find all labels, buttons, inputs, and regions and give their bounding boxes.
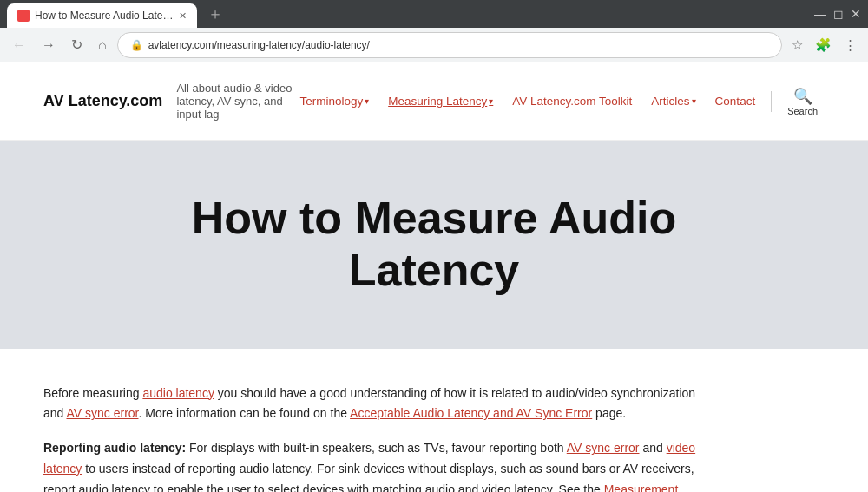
intro-after: page. bbox=[592, 406, 626, 420]
browser-tab[interactable]: How to Measure Audio Latency ✕ bbox=[7, 3, 197, 28]
articles-caret-icon: ▾ bbox=[692, 96, 696, 106]
reporting-label: Reporting audio latency: bbox=[43, 441, 186, 455]
browser-menu-button[interactable]: ⋮ bbox=[839, 34, 861, 56]
ssl-lock-icon: 🔒 bbox=[130, 39, 143, 51]
reporting-paragraph: Reporting audio latency: For displays wi… bbox=[43, 438, 703, 492]
reporting-middle1: and bbox=[640, 441, 667, 455]
reporting-before: For displays with built-in speakers, suc… bbox=[186, 441, 567, 455]
back-button[interactable]: ← bbox=[7, 35, 31, 56]
main-content: Before measuring audio latency you shoul… bbox=[0, 349, 746, 492]
intro-paragraph: Before measuring audio latency you shoul… bbox=[43, 384, 703, 425]
website-container: AV Latency.com All about audio & video l… bbox=[0, 62, 868, 492]
nav-item-contact[interactable]: Contact bbox=[708, 91, 763, 111]
new-tab-button[interactable]: ＋ bbox=[207, 3, 223, 24]
tab-close-button[interactable]: ✕ bbox=[179, 10, 187, 22]
site-header: AV Latency.com All about audio & video l… bbox=[0, 62, 868, 141]
bookmark-star-button[interactable]: ☆ bbox=[787, 34, 807, 56]
address-bar[interactable]: 🔒 avlatency.com/measuring-latency/audio-… bbox=[117, 32, 782, 58]
minimize-button[interactable]: — bbox=[814, 7, 826, 21]
hero-title: How to Measure Audio Latency bbox=[130, 193, 738, 297]
search-icon: 🔍 bbox=[793, 87, 812, 106]
acceptable-latency-link[interactable]: Acceptable Audio Latency and AV Sync Err… bbox=[350, 406, 592, 420]
home-button[interactable]: ⌂ bbox=[93, 35, 112, 56]
site-logo[interactable]: AV Latency.com bbox=[43, 92, 162, 110]
address-text: avlatency.com/measuring-latency/audio-la… bbox=[148, 39, 769, 51]
forward-button[interactable]: → bbox=[36, 35, 61, 56]
restore-button[interactable]: ◻ bbox=[833, 7, 844, 21]
tab-title: How to Measure Audio Latency bbox=[35, 10, 174, 22]
nav-item-toolkit[interactable]: AV Latency.com Toolkit bbox=[505, 91, 639, 111]
site-nav: Terminology ▾ Measuring Latency ▾ AV Lat… bbox=[293, 83, 825, 120]
reload-button[interactable]: ↻ bbox=[66, 35, 88, 56]
audio-latency-link[interactable]: audio latency bbox=[142, 386, 214, 400]
window-controls: — ◻ ✕ bbox=[814, 7, 861, 21]
measuring-latency-caret-icon: ▾ bbox=[489, 96, 493, 106]
intro-before: Before measuring bbox=[43, 386, 142, 400]
nav-item-measuring-latency[interactable]: Measuring Latency ▾ bbox=[381, 91, 500, 111]
tab-favicon bbox=[17, 10, 30, 22]
nav-item-articles[interactable]: Articles ▾ bbox=[644, 91, 702, 111]
search-button[interactable]: 🔍 Search bbox=[780, 83, 825, 120]
extensions-button[interactable]: 🧩 bbox=[811, 34, 836, 56]
intro-middle2: . More information can be found on the bbox=[138, 406, 350, 420]
av-sync-error-link-2[interactable]: AV sync error bbox=[567, 441, 640, 455]
site-tagline: All about audio & video latency, AV sync… bbox=[176, 82, 293, 121]
av-sync-error-link[interactable]: AV sync error bbox=[66, 406, 138, 420]
nav-item-terminology[interactable]: Terminology ▾ bbox=[293, 91, 376, 111]
toolbar-actions: ☆ 🧩 ⋮ bbox=[787, 34, 861, 56]
hero-section: How to Measure Audio Latency bbox=[0, 141, 868, 349]
terminology-caret-icon: ▾ bbox=[365, 96, 369, 106]
nav-divider bbox=[771, 91, 772, 112]
close-window-button[interactable]: ✕ bbox=[851, 7, 861, 21]
reporting-middle2: to users instead of reporting audio late… bbox=[43, 462, 694, 492]
